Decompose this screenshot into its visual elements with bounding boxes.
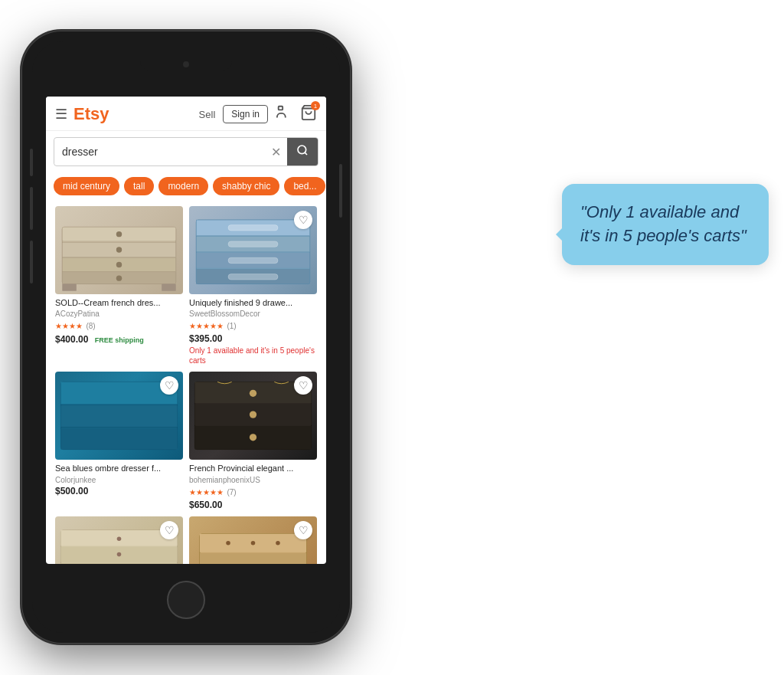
cart-badge: 1 [311,101,320,110]
product-item-3[interactable]: ♡ Sea blues ombre dresser f... [52,369,186,513]
svg-point-9 [116,247,122,252]
person-icon-container[interactable] [276,104,292,124]
app-header: ☰ Etsy Sell Sign in [46,97,326,131]
svg-point-41 [117,536,122,541]
svg-rect-39 [60,562,177,564]
product-rating-2: ★★★★★ (1) [189,318,317,332]
product-title-2: Uniquely finished 9 drawe... [189,297,317,308]
product-item[interactable]: SOLD--Cream french dres... ACozyPatina ★… [52,203,186,369]
svg-point-49 [226,541,230,546]
product-title-1: SOLD--Cream french dres... [55,297,183,308]
mute-button [30,149,33,176]
svg-point-8 [116,231,122,237]
phone-camera [183,61,189,67]
filter-chip-bed[interactable]: bed... [284,177,325,195]
filter-chips: mid century tall modern shabby chic bed.… [46,172,326,200]
clear-icon[interactable]: ✕ [265,145,287,159]
product-grid: SOLD--Cream french dres... ACozyPatina ★… [46,200,326,564]
product-item-5[interactable]: ♡ [52,513,186,564]
power-button [339,164,342,218]
product-image-3: ♡ [55,372,183,460]
svg-point-51 [276,541,280,546]
product-image-4: ♡ [189,372,317,460]
filter-chip-mid-century[interactable]: mid century [54,177,119,195]
filter-chip-modern[interactable]: modern [158,177,208,195]
stars-4: ★★★★★ [189,488,224,496]
stars-1: ★★★★ [55,322,83,330]
search-bar: ✕ [54,137,318,166]
product-item-2[interactable]: ♡ [186,203,320,369]
search-input[interactable] [54,139,265,164]
product-shop-4: bohemianphoenixUS [189,476,317,484]
phone-shell: ☰ Etsy Sell Sign in [21,31,351,644]
svg-rect-26 [60,428,177,450]
product-price-4: $650.00 [189,500,317,510]
wishlist-button-6[interactable]: ♡ [294,521,312,539]
sign-in-button[interactable]: Sign in [223,105,268,123]
volume-up-button [30,187,33,230]
cart-icon-container[interactable]: 1 [300,104,317,124]
scene: ☰ Etsy Sell Sign in [0,0,784,675]
reviews-2: (1) [227,322,236,330]
svg-point-42 [117,552,122,556]
product-shop-3: Colorjunkee [55,476,183,484]
product-title-4: French Provincial elegant ... [189,463,317,473]
product-image-6: ♡ [189,516,317,564]
svg-rect-25 [60,405,177,428]
header-icons: 1 [276,104,317,124]
product-image-1 [55,206,183,294]
svg-point-35 [250,434,256,441]
reviews-1: (8) [86,322,95,330]
product-title-3: Sea blues ombre dresser f... [55,463,183,473]
dresser-illustration-1 [55,206,183,294]
wishlist-button-2[interactable]: ♡ [294,211,312,229]
product-pricing-1: $400.00 FREE shipping [55,332,183,346]
search-icon [296,144,309,156]
product-price-1: $400.00 [55,334,88,345]
svg-point-34 [250,411,256,418]
product-image-2: ♡ [189,206,317,294]
svg-rect-21 [228,257,278,263]
product-shop-2: SweetBlossomDecor [189,310,317,318]
svg-rect-20 [228,241,278,247]
person-icon [276,104,292,121]
volume-down-button [30,241,33,283]
svg-rect-0 [279,106,283,110]
product-item-4[interactable]: ♡ [186,369,320,513]
stars-2: ★★★★★ [189,322,224,330]
phone-screen: ☰ Etsy Sell Sign in [46,97,326,564]
etsy-logo: Etsy [74,104,109,124]
free-shipping-1: FREE shipping [95,336,144,344]
scarcity-text-2: Only 1 available and it's in 5 people's … [189,346,317,365]
svg-rect-47 [200,552,306,564]
svg-rect-12 [62,284,77,291]
product-item-6[interactable]: ♡ [186,513,320,564]
filter-chip-tall[interactable]: tall [124,177,154,195]
svg-rect-22 [228,274,278,280]
callout-tooltip: "Only 1 available and it's in 5 people's… [562,184,769,265]
home-button[interactable] [167,581,205,619]
product-image-5: ♡ [55,516,183,564]
filter-chip-shabby-chic[interactable]: shabby chic [213,177,279,195]
search-button[interactable] [287,138,318,165]
wishlist-button-5[interactable]: ♡ [160,521,178,539]
svg-point-10 [116,262,122,267]
product-price-3: $500.00 [55,486,183,496]
product-rating-1: ★★★★ (8) [55,318,183,332]
phone-inner: ☰ Etsy Sell Sign in [32,41,340,633]
product-shop-1: ACozyPatina [55,310,183,318]
svg-point-50 [251,541,256,546]
svg-point-2 [298,146,306,154]
svg-rect-13 [162,284,176,291]
product-rating-4: ★★★★★ (7) [189,484,317,498]
svg-point-11 [116,275,122,280]
sell-link[interactable]: Sell [199,109,216,120]
svg-point-33 [250,390,256,397]
svg-rect-19 [228,225,278,231]
reviews-4: (7) [227,488,236,496]
callout-text: "Only 1 available and it's in 5 people's… [580,202,746,245]
product-price-2: $395.00 [189,333,317,344]
hamburger-icon[interactable]: ☰ [55,106,67,123]
